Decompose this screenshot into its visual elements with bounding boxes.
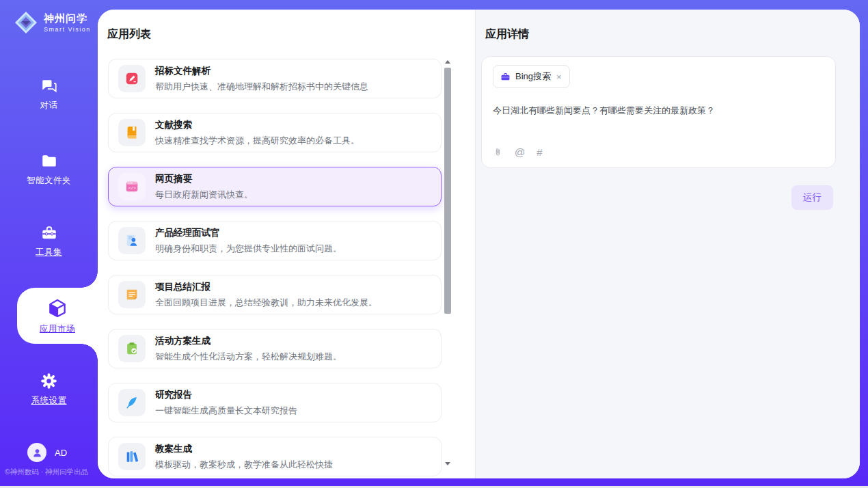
app-card-research-report[interactable]: 研究报告 一键智能生成高质量长文本研究报告 — [108, 383, 442, 422]
app-card-desc: 智能生成个性化活动方案，轻松解决规划难题。 — [155, 351, 342, 363]
app-card-title: 网页摘要 — [155, 173, 253, 185]
sidebar-item-label: 工具集 — [36, 247, 62, 258]
app-card-lesson-plan[interactable]: 教案生成 模板驱动，教案秒成，教学准备从此轻松快捷 — [108, 437, 442, 476]
book-icon — [124, 125, 139, 140]
sidebar-item-label: 对话 — [40, 100, 58, 111]
app-card-title: 文献搜索 — [155, 119, 360, 131]
sidebar-item-app-market[interactable]: 应用市场 — [17, 288, 98, 344]
app-card-desc: 全面回顾项目进展，总结经验教训，助力未来优化发展。 — [155, 297, 377, 309]
app-card-project-summary[interactable]: 项目总结汇报 全面回顾项目进展，总结经验教训，助力未来优化发展。 — [108, 275, 442, 314]
scroll-up-icon[interactable] — [444, 57, 452, 66]
composer-toolbar: @ # — [493, 146, 543, 158]
close-icon[interactable]: × — [556, 72, 562, 82]
scrollbar-thumb[interactable] — [444, 68, 451, 314]
note-icon — [124, 287, 139, 302]
app-card-web-summary[interactable]: </> 网页摘要 每日政府新闻资讯快查。 — [108, 167, 442, 206]
sidebar-item-chat[interactable]: 对话 — [0, 77, 98, 111]
sidebar-item-toolset[interactable]: 工具集 — [0, 224, 98, 258]
folder-icon — [40, 152, 58, 170]
briefcase-icon — [500, 72, 511, 82]
main-panel: 应用列表 招标文件解析 帮助用户快速、准确地理解和解析招标书中的关键信息 — [98, 10, 860, 478]
avatar — [27, 443, 46, 462]
interviewer-icon — [124, 233, 139, 248]
brand-logo: 神州问学 Smart Vision — [14, 10, 91, 35]
app-card-desc: 模板驱动，教案秒成，教学准备从此轻松快捷 — [155, 459, 333, 471]
person-icon — [31, 447, 43, 459]
books-icon — [124, 449, 139, 464]
icon-tile — [118, 227, 146, 254]
clipboard-check-icon — [124, 341, 139, 356]
icon-tile — [118, 281, 146, 308]
app-detail-panel: 应用详情 Bing搜索 × 今日湖北有哪些新闻要点？有哪些需要关注的最新政策？ — [476, 10, 860, 478]
diamond-logo-icon — [14, 10, 38, 35]
list-scrollbar[interactable] — [444, 57, 452, 467]
icon-tile — [118, 119, 146, 146]
pen-square-icon — [124, 71, 139, 86]
app-card-desc: 帮助用户快速、准确地理解和解析招标书中的关键信息 — [155, 81, 368, 93]
sidebar-item-settings[interactable]: 系统设置 — [0, 372, 98, 407]
app-card-pm-interviewer[interactable]: 产品经理面试官 明确身份和职责，为您提供专业性的面试问题。 — [108, 221, 442, 260]
user-account[interactable]: AD — [27, 443, 67, 462]
app-card-title: 项目总结汇报 — [155, 281, 377, 293]
app-card-title: 活动方案生成 — [155, 335, 342, 347]
icon-tile: </> — [118, 173, 146, 200]
sidebar-item-smart-folder[interactable]: 智能文件夹 — [0, 152, 98, 187]
quill-icon — [124, 395, 139, 410]
cube-icon — [46, 297, 68, 319]
app-list-title: 应用列表 — [107, 27, 151, 42]
prompt-card: Bing搜索 × 今日湖北有哪些新闻要点？有哪些需要关注的最新政策？ @ # — [481, 56, 836, 168]
mention-icon[interactable]: @ — [515, 147, 525, 157]
toolbox-icon — [40, 224, 58, 242]
app-card-list: 招标文件解析 帮助用户快速、准确地理解和解析招标书中的关键信息 文献搜索 — [108, 59, 442, 478]
app-card-title: 招标文件解析 — [155, 65, 368, 77]
app-card-title: 产品经理面试官 — [155, 227, 342, 239]
icon-tile — [118, 335, 146, 362]
app-frame: 神州问学 Smart Vision 对话 智能文件夹 — [0, 0, 868, 486]
tool-chip-label: Bing搜索 — [515, 70, 551, 83]
tool-chip-bing-search[interactable]: Bing搜索 × — [493, 65, 570, 88]
query-text[interactable]: 今日湖北有哪些新闻要点？有哪些需要关注的最新政策？ — [493, 105, 824, 117]
scroll-down-icon[interactable] — [444, 459, 452, 467]
icon-tile — [118, 443, 146, 470]
sidebar-item-label: 智能文件夹 — [27, 175, 71, 187]
app-card-title: 研究报告 — [155, 389, 297, 401]
browser-code-icon: </> — [124, 179, 139, 194]
icon-tile — [118, 65, 146, 92]
app-card-desc: 每日政府新闻资讯快查。 — [155, 189, 253, 201]
app-card-desc: 快速精准查找学术资源，提高研究效率的必备工具。 — [155, 135, 360, 147]
user-initials: AD — [55, 448, 67, 458]
app-card-desc: 一键智能生成高质量长文本研究报告 — [155, 405, 297, 417]
icon-tile — [118, 389, 146, 416]
app-card-title: 教案生成 — [155, 443, 333, 455]
sidebar-item-label: 系统设置 — [31, 395, 67, 407]
hash-icon[interactable]: # — [537, 147, 542, 157]
gear-icon — [40, 372, 58, 390]
svg-text:</>: </> — [128, 186, 136, 191]
sidebar: 神州问学 Smart Vision 对话 智能文件夹 — [0, 0, 98, 486]
brand-name: 神州问学 — [44, 12, 91, 25]
run-button[interactable]: 运行 — [791, 185, 833, 210]
chat-icon — [40, 77, 58, 95]
app-card-literature-search[interactable]: 文献搜索 快速精准查找学术资源，提高研究效率的必备工具。 — [108, 113, 442, 152]
app-list-panel: 应用列表 招标文件解析 帮助用户快速、准确地理解和解析招标书中的关键信息 — [98, 10, 475, 478]
app-card-event-plan[interactable]: 活动方案生成 智能生成个性化活动方案，轻松解决规划难题。 — [108, 329, 442, 368]
app-card-bid-parse[interactable]: 招标文件解析 帮助用户快速、准确地理解和解析招标书中的关键信息 — [108, 59, 442, 98]
sidebar-item-label: 应用市场 — [40, 323, 75, 335]
app-card-desc: 明确身份和职责，为您提供专业性的面试问题。 — [155, 243, 342, 255]
paperclip-icon[interactable] — [493, 146, 503, 158]
brand-subtitle: Smart Vision — [44, 26, 91, 33]
copyright-text: ©神州数码 · 神州问学出品 — [5, 467, 88, 477]
app-detail-title: 应用详情 — [485, 27, 529, 42]
